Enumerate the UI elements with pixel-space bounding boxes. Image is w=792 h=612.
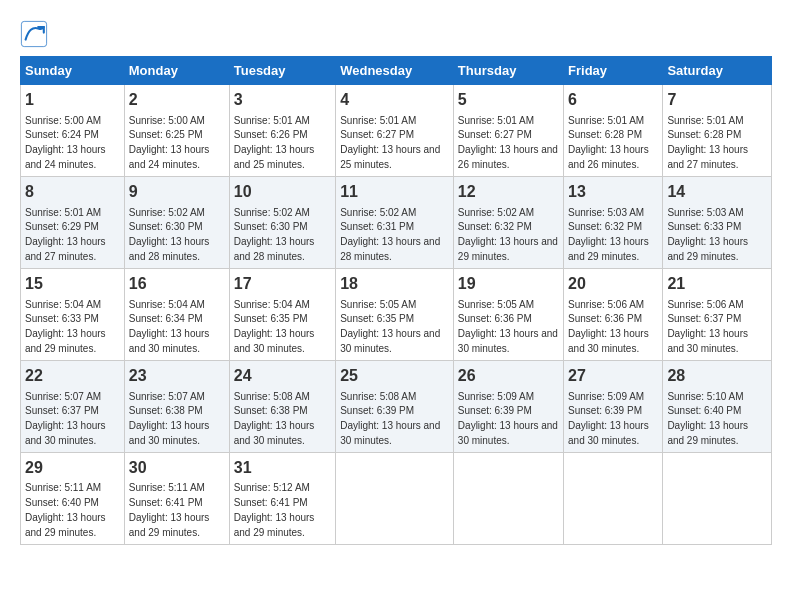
day-number: 8 xyxy=(25,181,120,203)
calendar-cell: 20Sunrise: 5:06 AMSunset: 6:36 PMDayligh… xyxy=(564,268,663,360)
day-info: Sunrise: 5:09 AMSunset: 6:39 PMDaylight:… xyxy=(458,391,558,447)
day-info: Sunrise: 5:04 AMSunset: 6:34 PMDaylight:… xyxy=(129,299,210,355)
calendar-cell: 31Sunrise: 5:12 AMSunset: 6:41 PMDayligh… xyxy=(229,452,335,544)
day-number: 31 xyxy=(234,457,331,479)
calendar-cell: 9Sunrise: 5:02 AMSunset: 6:30 PMDaylight… xyxy=(124,176,229,268)
day-info: Sunrise: 5:02 AMSunset: 6:30 PMDaylight:… xyxy=(234,207,315,263)
day-number: 10 xyxy=(234,181,331,203)
day-info: Sunrise: 5:02 AMSunset: 6:32 PMDaylight:… xyxy=(458,207,558,263)
day-info: Sunrise: 5:01 AMSunset: 6:28 PMDaylight:… xyxy=(667,115,748,171)
calendar-cell: 14Sunrise: 5:03 AMSunset: 6:33 PMDayligh… xyxy=(663,176,772,268)
day-info: Sunrise: 5:01 AMSunset: 6:27 PMDaylight:… xyxy=(458,115,558,171)
header-row: SundayMondayTuesdayWednesdayThursdayFrid… xyxy=(21,57,772,85)
day-info: Sunrise: 5:05 AMSunset: 6:36 PMDaylight:… xyxy=(458,299,558,355)
day-info: Sunrise: 5:08 AMSunset: 6:38 PMDaylight:… xyxy=(234,391,315,447)
day-info: Sunrise: 5:01 AMSunset: 6:29 PMDaylight:… xyxy=(25,207,106,263)
day-number: 18 xyxy=(340,273,449,295)
calendar-cell xyxy=(663,452,772,544)
calendar-cell: 24Sunrise: 5:08 AMSunset: 6:38 PMDayligh… xyxy=(229,360,335,452)
day-number: 21 xyxy=(667,273,767,295)
calendar-cell: 26Sunrise: 5:09 AMSunset: 6:39 PMDayligh… xyxy=(453,360,563,452)
day-number: 30 xyxy=(129,457,225,479)
day-number: 9 xyxy=(129,181,225,203)
day-number: 27 xyxy=(568,365,658,387)
day-number: 13 xyxy=(568,181,658,203)
calendar-cell: 13Sunrise: 5:03 AMSunset: 6:32 PMDayligh… xyxy=(564,176,663,268)
week-row-4: 22Sunrise: 5:07 AMSunset: 6:37 PMDayligh… xyxy=(21,360,772,452)
calendar-cell: 6Sunrise: 5:01 AMSunset: 6:28 PMDaylight… xyxy=(564,85,663,177)
calendar-cell: 5Sunrise: 5:01 AMSunset: 6:27 PMDaylight… xyxy=(453,85,563,177)
col-header-saturday: Saturday xyxy=(663,57,772,85)
calendar-cell: 25Sunrise: 5:08 AMSunset: 6:39 PMDayligh… xyxy=(336,360,454,452)
day-number: 3 xyxy=(234,89,331,111)
calendar-cell: 17Sunrise: 5:04 AMSunset: 6:35 PMDayligh… xyxy=(229,268,335,360)
day-number: 5 xyxy=(458,89,559,111)
day-info: Sunrise: 5:02 AMSunset: 6:30 PMDaylight:… xyxy=(129,207,210,263)
calendar-cell: 8Sunrise: 5:01 AMSunset: 6:29 PMDaylight… xyxy=(21,176,125,268)
calendar-cell xyxy=(336,452,454,544)
col-header-wednesday: Wednesday xyxy=(336,57,454,85)
day-number: 17 xyxy=(234,273,331,295)
calendar-cell: 27Sunrise: 5:09 AMSunset: 6:39 PMDayligh… xyxy=(564,360,663,452)
day-info: Sunrise: 5:01 AMSunset: 6:26 PMDaylight:… xyxy=(234,115,315,171)
logo-icon xyxy=(20,20,48,48)
day-number: 14 xyxy=(667,181,767,203)
day-number: 4 xyxy=(340,89,449,111)
calendar-cell xyxy=(564,452,663,544)
week-row-1: 1Sunrise: 5:00 AMSunset: 6:24 PMDaylight… xyxy=(21,85,772,177)
calendar-cell: 23Sunrise: 5:07 AMSunset: 6:38 PMDayligh… xyxy=(124,360,229,452)
day-info: Sunrise: 5:07 AMSunset: 6:38 PMDaylight:… xyxy=(129,391,210,447)
day-info: Sunrise: 5:06 AMSunset: 6:37 PMDaylight:… xyxy=(667,299,748,355)
day-number: 16 xyxy=(129,273,225,295)
day-info: Sunrise: 5:04 AMSunset: 6:35 PMDaylight:… xyxy=(234,299,315,355)
day-info: Sunrise: 5:03 AMSunset: 6:32 PMDaylight:… xyxy=(568,207,649,263)
day-info: Sunrise: 5:09 AMSunset: 6:39 PMDaylight:… xyxy=(568,391,649,447)
week-row-3: 15Sunrise: 5:04 AMSunset: 6:33 PMDayligh… xyxy=(21,268,772,360)
header xyxy=(20,20,772,48)
day-number: 22 xyxy=(25,365,120,387)
day-info: Sunrise: 5:11 AMSunset: 6:40 PMDaylight:… xyxy=(25,482,106,538)
logo xyxy=(20,20,52,48)
day-info: Sunrise: 5:01 AMSunset: 6:28 PMDaylight:… xyxy=(568,115,649,171)
col-header-friday: Friday xyxy=(564,57,663,85)
day-info: Sunrise: 5:11 AMSunset: 6:41 PMDaylight:… xyxy=(129,482,210,538)
week-row-2: 8Sunrise: 5:01 AMSunset: 6:29 PMDaylight… xyxy=(21,176,772,268)
col-header-tuesday: Tuesday xyxy=(229,57,335,85)
calendar-cell: 15Sunrise: 5:04 AMSunset: 6:33 PMDayligh… xyxy=(21,268,125,360)
calendar-cell: 16Sunrise: 5:04 AMSunset: 6:34 PMDayligh… xyxy=(124,268,229,360)
day-info: Sunrise: 5:00 AMSunset: 6:25 PMDaylight:… xyxy=(129,115,210,171)
calendar-cell: 21Sunrise: 5:06 AMSunset: 6:37 PMDayligh… xyxy=(663,268,772,360)
calendar-cell: 22Sunrise: 5:07 AMSunset: 6:37 PMDayligh… xyxy=(21,360,125,452)
day-info: Sunrise: 5:12 AMSunset: 6:41 PMDaylight:… xyxy=(234,482,315,538)
day-number: 1 xyxy=(25,89,120,111)
calendar-table: SundayMondayTuesdayWednesdayThursdayFrid… xyxy=(20,56,772,545)
calendar-cell: 12Sunrise: 5:02 AMSunset: 6:32 PMDayligh… xyxy=(453,176,563,268)
day-info: Sunrise: 5:06 AMSunset: 6:36 PMDaylight:… xyxy=(568,299,649,355)
calendar-cell: 3Sunrise: 5:01 AMSunset: 6:26 PMDaylight… xyxy=(229,85,335,177)
day-number: 20 xyxy=(568,273,658,295)
calendar-cell: 30Sunrise: 5:11 AMSunset: 6:41 PMDayligh… xyxy=(124,452,229,544)
col-header-thursday: Thursday xyxy=(453,57,563,85)
day-info: Sunrise: 5:07 AMSunset: 6:37 PMDaylight:… xyxy=(25,391,106,447)
day-info: Sunrise: 5:01 AMSunset: 6:27 PMDaylight:… xyxy=(340,115,440,171)
week-row-5: 29Sunrise: 5:11 AMSunset: 6:40 PMDayligh… xyxy=(21,452,772,544)
day-number: 19 xyxy=(458,273,559,295)
calendar-cell: 18Sunrise: 5:05 AMSunset: 6:35 PMDayligh… xyxy=(336,268,454,360)
day-number: 15 xyxy=(25,273,120,295)
day-number: 29 xyxy=(25,457,120,479)
calendar-cell: 11Sunrise: 5:02 AMSunset: 6:31 PMDayligh… xyxy=(336,176,454,268)
calendar-cell: 2Sunrise: 5:00 AMSunset: 6:25 PMDaylight… xyxy=(124,85,229,177)
calendar-cell: 29Sunrise: 5:11 AMSunset: 6:40 PMDayligh… xyxy=(21,452,125,544)
day-number: 11 xyxy=(340,181,449,203)
calendar-cell: 4Sunrise: 5:01 AMSunset: 6:27 PMDaylight… xyxy=(336,85,454,177)
calendar-cell: 7Sunrise: 5:01 AMSunset: 6:28 PMDaylight… xyxy=(663,85,772,177)
calendar-cell: 1Sunrise: 5:00 AMSunset: 6:24 PMDaylight… xyxy=(21,85,125,177)
day-info: Sunrise: 5:05 AMSunset: 6:35 PMDaylight:… xyxy=(340,299,440,355)
day-number: 12 xyxy=(458,181,559,203)
day-number: 25 xyxy=(340,365,449,387)
day-info: Sunrise: 5:02 AMSunset: 6:31 PMDaylight:… xyxy=(340,207,440,263)
col-header-sunday: Sunday xyxy=(21,57,125,85)
calendar-cell: 28Sunrise: 5:10 AMSunset: 6:40 PMDayligh… xyxy=(663,360,772,452)
day-number: 7 xyxy=(667,89,767,111)
day-info: Sunrise: 5:03 AMSunset: 6:33 PMDaylight:… xyxy=(667,207,748,263)
